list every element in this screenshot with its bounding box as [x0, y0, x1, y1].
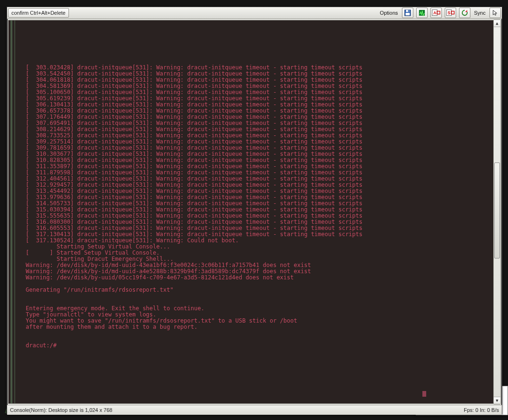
vertical-scrollbar[interactable]: ▲ ▼ — [493, 19, 501, 404]
sync-button[interactable]: Sync — [472, 10, 488, 16]
console-left-strip — [10, 20, 12, 403]
scroll-down-arrow[interactable]: ▼ — [494, 397, 500, 404]
status-right: Fps: 0 In: 0 B/s — [464, 407, 499, 413]
ikvm-status-bar: Console(Norm): Desktop size is 1,024 x 7… — [7, 405, 502, 415]
svg-rect-3 — [405, 13, 410, 15]
cursor-icon[interactable] — [489, 8, 501, 18]
scroll-thumb[interactable] — [494, 162, 500, 258]
ikvm-window: confirm Ctrl+Alt+Delete Options A S — [7, 7, 502, 414]
status-left: Console(Norm): Desktop size is 1,024 x 7… — [10, 407, 112, 413]
scroll-up-arrow[interactable]: ▲ — [494, 20, 500, 27]
a-annotation-icon[interactable]: A — [430, 8, 442, 18]
ikvm-toolbar: confirm Ctrl+Alt+Delete Options A S — [7, 7, 502, 19]
floppy-save-icon[interactable] — [402, 8, 413, 18]
refresh-icon[interactable] — [459, 8, 470, 18]
svg-rect-7 — [437, 11, 440, 14]
svg-text:A: A — [433, 10, 436, 15]
svg-rect-2 — [408, 10, 409, 12]
s-annotation-icon[interactable]: S — [445, 8, 456, 18]
console-output: [ 303.023428] dracut-initqueue[531]: War… — [26, 21, 498, 398]
svg-text:S: S — [447, 10, 450, 15]
console-cursor — [422, 391, 426, 397]
console-left-strip-thin — [14, 20, 15, 403]
options-menu[interactable]: Options — [378, 10, 400, 16]
svg-rect-10 — [451, 11, 454, 14]
activity-icon[interactable] — [416, 8, 428, 18]
confirm-cad-button[interactable]: confirm Ctrl+Alt+Delete — [8, 8, 69, 18]
remote-console-view[interactable]: [ 303.023428] dracut-initqueue[531]: War… — [8, 20, 501, 404]
